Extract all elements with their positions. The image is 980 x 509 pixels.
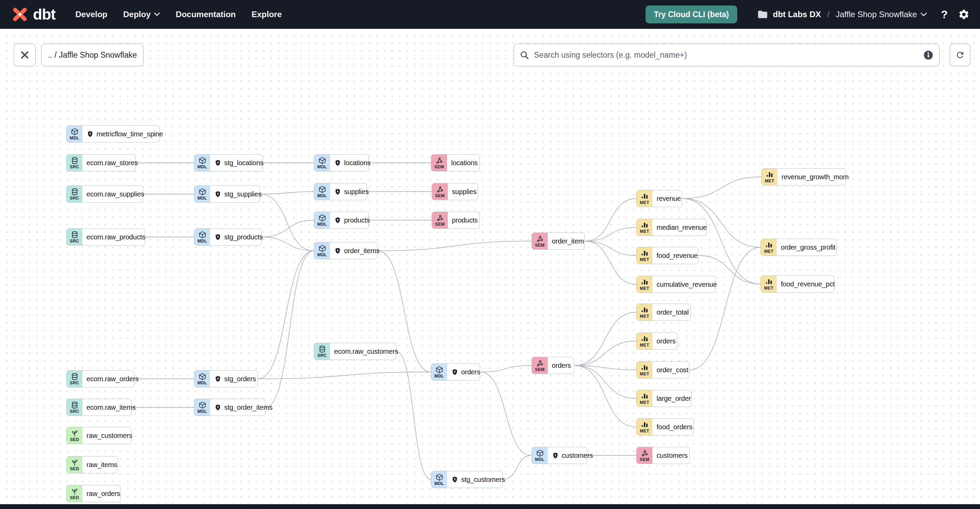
node-name: locations — [447, 154, 482, 171]
src-type-chip: SRC — [67, 399, 83, 415]
search-input[interactable] — [533, 50, 923, 60]
node-raw_orders_src[interactable]: SRCecom.raw_orders — [66, 370, 134, 387]
gear-icon[interactable] — [958, 9, 970, 20]
node-met_revenue[interactable]: METrevenue — [636, 190, 682, 207]
edge-met_revenue-met_revenue_growth_mom — [682, 177, 761, 199]
node-met_revenue_growth_mom[interactable]: METrevenue_growth_mom — [761, 168, 846, 186]
node-stg_supplies[interactable]: MDLstg_supplies — [194, 186, 260, 203]
node-customers_sem[interactable]: SEMcustomers — [636, 447, 690, 464]
node-name: food_revenue — [652, 247, 703, 264]
node-met_orders[interactable]: METorders — [636, 332, 678, 350]
sem-type-chip: SEM — [432, 212, 448, 228]
project-selector[interactable]: Jaffle Shop Snowflake — [835, 10, 927, 19]
node-stg_locations[interactable]: MDLstg_locations — [194, 154, 262, 172]
node-name: ecom.raw_items — [83, 399, 140, 415]
edge-stg_supplies-supplies_mdl — [260, 192, 314, 194]
node-seed_raw_customers[interactable]: SEDraw_customers — [66, 427, 132, 444]
model-icon — [318, 186, 326, 193]
help-icon[interactable]: ? — [941, 8, 948, 21]
node-stg_customers[interactable]: MDLstg_customers — [431, 471, 503, 488]
node-order_item_sem[interactable]: SEMorder_item — [531, 232, 585, 250]
refresh-icon — [955, 50, 965, 60]
edge-stg_products-products_mdl — [262, 220, 314, 237]
semantic-model-icon — [436, 186, 444, 193]
node-metricflow_time_spine[interactable]: MDLmetricflow_time_spine — [66, 126, 160, 143]
nav-item-deploy[interactable]: Deploy — [123, 10, 160, 19]
node-products_mdl[interactable]: MDLproducts — [314, 212, 369, 229]
node-type-label: MDL — [434, 374, 444, 379]
node-raw_supplies[interactable]: SRCecom.raw_supplies — [66, 186, 143, 203]
met-type-chip: MET — [636, 419, 652, 435]
nav-item-explore[interactable]: Explore — [251, 10, 282, 19]
edge-order_items_mdl-order_item_sem — [378, 241, 531, 251]
node-supplies_mdl[interactable]: MDLsupplies — [314, 183, 367, 200]
node-type-label: SEM — [535, 243, 545, 248]
node-orders_sem[interactable]: SEMorders — [531, 357, 574, 374]
semantic-model-icon — [536, 235, 544, 243]
node-met_order_gross_profit[interactable]: METorder_gross_profit — [760, 239, 837, 256]
shield-icon — [86, 130, 94, 138]
node-name: stg_supplies — [210, 186, 266, 202]
account-name[interactable]: dbt Labs DX — [773, 10, 821, 19]
refresh-button[interactable] — [950, 44, 970, 66]
node-met_median_revenue[interactable]: METmedian_revenue — [636, 219, 707, 236]
node-raw_products[interactable]: SRCecom.raw_products — [66, 228, 145, 246]
node-met_food_revenue_pct[interactable]: METfood_revenue_pct — [760, 275, 835, 293]
close-lineage-button[interactable] — [14, 44, 36, 66]
model-icon — [318, 157, 326, 164]
node-name: stg_products — [210, 229, 267, 245]
node-met_order_total[interactable]: METorder_total — [636, 304, 690, 321]
lineage-breadcrumb[interactable]: .. / Jaffle Shop Snowflake — [41, 44, 143, 66]
node-name: customers — [548, 447, 598, 464]
metric-icon — [765, 278, 773, 286]
brand-text: dbt — [33, 6, 55, 23]
node-stg_products[interactable]: MDLstg_products — [194, 228, 262, 246]
node-met_large_order[interactable]: METlarge_order — [636, 390, 692, 407]
nav-item-develop[interactable]: Develop — [75, 10, 107, 19]
info-icon[interactable] — [923, 50, 934, 60]
mdl-type-chip: MDL — [67, 126, 83, 142]
node-met_cumulative_revenue[interactable]: METcumulative_revenue — [636, 276, 716, 293]
node-raw_stores[interactable]: SRCecom.raw_stores — [66, 154, 136, 172]
node-locations_sem[interactable]: SEMlocations — [431, 154, 480, 172]
node-customers_mdl[interactable]: MDLcustomers — [531, 447, 587, 464]
node-seed_raw_orders[interactable]: SEDraw_orders — [66, 485, 121, 502]
node-locations_mdl[interactable]: MDLlocations — [314, 154, 369, 172]
src-type-chip: SRC — [67, 186, 83, 202]
node-raw_customers_src[interactable]: SRCecom.raw_customers — [314, 343, 396, 360]
node-products_sem[interactable]: SEMproducts — [432, 212, 480, 229]
node-name: products — [448, 212, 482, 228]
shield-icon — [451, 369, 458, 376]
selector-search[interactable] — [514, 44, 939, 66]
mdl-type-chip: MDL — [194, 186, 210, 202]
edge-orders_mdl-customers_mdl — [480, 372, 531, 455]
node-met_food_orders[interactable]: METfood_orders — [636, 418, 694, 436]
node-order_items_mdl[interactable]: MDLorder_items — [314, 242, 378, 259]
node-met_food_revenue[interactable]: METfood_revenue — [636, 247, 698, 264]
node-stg_orders[interactable]: MDLstg_orders — [194, 370, 258, 387]
account-breadcrumb: dbt Labs DX / Jaffle Shop Snowflake — [757, 9, 928, 20]
node-raw_items_src[interactable]: SRCecom.raw_items — [66, 399, 132, 416]
edge-orders_mdl-orders_sem — [480, 366, 531, 372]
metric-icon — [641, 221, 649, 229]
lineage-canvas[interactable]: MDLmetricflow_time_spineSRCecom.raw_stor… — [0, 29, 980, 504]
node-seed_raw_items[interactable]: SEDraw_items — [66, 456, 118, 473]
node-supplies_sem[interactable]: SEMsupplies — [432, 183, 478, 200]
node-name: orders — [548, 357, 576, 374]
chevron-down-icon — [920, 13, 927, 17]
node-stg_order_items[interactable]: MDLstg_order_items — [194, 399, 266, 416]
nav-item-documentation[interactable]: Documentation — [176, 10, 236, 19]
shield-icon — [214, 234, 221, 241]
semantic-model-icon — [536, 359, 544, 367]
sed-type-chip: SED — [67, 485, 83, 502]
node-orders_mdl[interactable]: MDLorders — [431, 363, 480, 380]
node-name: supplies — [448, 183, 481, 200]
node-type-label: MET — [640, 200, 649, 205]
node-type-label: MDL — [434, 482, 444, 486]
seed-icon — [71, 458, 79, 466]
node-type-label: MDL — [317, 222, 327, 227]
dbt-logo[interactable]: dbt — [12, 6, 55, 23]
node-met_order_cost[interactable]: METorder_cost — [636, 361, 689, 379]
try-cloud-cli-button[interactable]: Try Cloud CLI (beta) — [646, 5, 737, 23]
model-icon — [199, 157, 206, 164]
